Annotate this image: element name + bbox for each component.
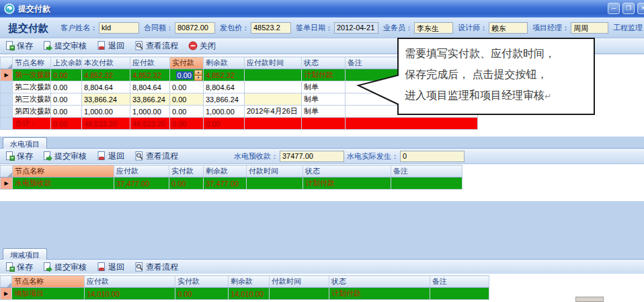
cell-payable-time[interactable] bbox=[245, 93, 302, 106]
col-header-node-name[interactable]: 节点名称 bbox=[12, 276, 85, 288]
cell-paid[interactable]: 0.00 bbox=[170, 106, 204, 118]
row-selector[interactable] bbox=[1, 81, 13, 93]
cell-node-name[interactable]: 第二次拨款 bbox=[13, 81, 51, 93]
hydro-view-flow-button[interactable]: 查看流程 bbox=[132, 150, 180, 163]
cell-payable[interactable]: 37,477.00 bbox=[114, 178, 169, 190]
spin-down-button[interactable]: ▼ bbox=[194, 75, 202, 81]
hydro-submit-review-button[interactable]: 提交审核 bbox=[41, 150, 89, 163]
paid-amount-spinner[interactable]: 0.00 ▲ ▼ bbox=[170, 70, 203, 81]
project-manager-input[interactable]: 周周 bbox=[571, 22, 608, 34]
cell-status[interactable]: 计划付款 bbox=[302, 69, 346, 81]
col-header-payable[interactable]: 应付款 bbox=[85, 276, 175, 288]
adjust-submit-review-button[interactable]: 提交审核 bbox=[41, 261, 89, 274]
col-header-prev-balance[interactable]: 上次余款 bbox=[51, 57, 82, 69]
cell-prev-balance[interactable]: 0.00 bbox=[51, 93, 82, 106]
cell-payable-time[interactable] bbox=[245, 69, 302, 81]
cell-paid[interactable]: 0.00 bbox=[170, 81, 204, 93]
cell-remaining[interactable]: 1,000.00 bbox=[204, 106, 245, 118]
maximize-button[interactable]: ❐ bbox=[622, 3, 635, 14]
hydro-return-button[interactable]: 退回 bbox=[95, 150, 126, 163]
col-header-paid[interactable]: 实付款 bbox=[170, 57, 204, 69]
customer-name-input[interactable]: kld bbox=[99, 22, 139, 34]
cell-prev-balance[interactable]: 0.00 bbox=[51, 106, 82, 118]
cell-prev-balance[interactable]: 0.00 bbox=[51, 81, 82, 93]
return-button[interactable]: 退回 bbox=[95, 40, 126, 52]
row-selector[interactable] bbox=[1, 106, 13, 118]
row-selector[interactable]: ▶ bbox=[1, 178, 13, 190]
col-header-note[interactable]: 备注 bbox=[391, 165, 462, 178]
cell-status[interactable]: 计划付款 bbox=[303, 178, 391, 190]
col-header-paid[interactable]: 实付款 bbox=[175, 276, 229, 288]
hydro-actual-input[interactable]: 0 bbox=[400, 151, 465, 162]
cell-node-name[interactable]: 水电预收款 bbox=[13, 178, 114, 190]
col-header-status[interactable]: 状态 bbox=[302, 57, 346, 69]
cell-current-payment[interactable]: 33,866.24 bbox=[82, 93, 130, 106]
close-window-button[interactable]: ✕ bbox=[637, 3, 644, 14]
col-header-pay-time[interactable]: 付款时间 bbox=[270, 276, 329, 288]
select-all-corner[interactable] bbox=[1, 57, 13, 69]
col-header-remaining[interactable]: 剩余款 bbox=[204, 57, 245, 69]
select-all-corner[interactable] bbox=[1, 276, 12, 288]
tab-adjust-project[interactable]: 增减项目 bbox=[3, 248, 47, 260]
adjust-return-button[interactable]: 退回 bbox=[95, 261, 126, 274]
cell-note[interactable] bbox=[430, 288, 489, 300]
cell-status[interactable]: 制单 bbox=[302, 81, 346, 93]
col-header-payable-time[interactable]: 应付款时间 bbox=[245, 57, 302, 69]
row-selector[interactable]: ▶ bbox=[1, 288, 12, 300]
cell-payable-time[interactable] bbox=[245, 81, 302, 93]
row-selector[interactable] bbox=[1, 118, 13, 130]
designer-input[interactable]: 赖东 bbox=[489, 22, 528, 34]
cell-remaining[interactable]: 37,477.00 bbox=[204, 178, 247, 190]
col-header-pay-time[interactable]: 付款时间 bbox=[247, 165, 303, 178]
col-header-note[interactable]: 备注 bbox=[430, 276, 489, 288]
cell-node-name[interactable]: 增加项目 bbox=[12, 288, 85, 300]
cell-paid[interactable]: 0.00 bbox=[169, 178, 204, 190]
tab-hydro-project[interactable]: 水电项目 bbox=[3, 137, 47, 149]
cell-remaining[interactable]: 14,010.00 bbox=[229, 288, 270, 300]
close-button[interactable]: 关闭 bbox=[186, 40, 218, 52]
minimize-button[interactable]: ─ bbox=[608, 3, 620, 14]
adjust-save-button[interactable]: 保存 bbox=[3, 261, 35, 274]
cell-paid[interactable]: 0.00 bbox=[170, 93, 204, 106]
hydro-save-button[interactable]: 保存 bbox=[3, 150, 35, 163]
cell-payable[interactable]: 33,866.24 bbox=[130, 93, 170, 106]
paid-amount-editor-cell[interactable]: 0.00 ▲ ▼ bbox=[170, 69, 204, 81]
salesman-input[interactable]: 李东生 bbox=[414, 22, 453, 34]
cell-pay-time[interactable] bbox=[270, 288, 329, 300]
adjust-view-flow-button[interactable]: 查看流程 bbox=[132, 261, 180, 274]
cell-payable[interactable]: 4,852.32 bbox=[130, 69, 170, 81]
col-header-node-name[interactable]: 节点名称 bbox=[13, 57, 51, 69]
cell-status[interactable]: 计划付款 bbox=[329, 288, 430, 300]
col-header-remaining[interactable]: 剩余款 bbox=[204, 165, 247, 178]
submit-review-button[interactable]: 提交审核 bbox=[41, 40, 89, 52]
hydro-precollect-input[interactable]: 37477.00 bbox=[280, 151, 344, 162]
col-header-remaining[interactable]: 剩余款 bbox=[229, 276, 270, 288]
col-header-payable[interactable]: 应付款 bbox=[114, 165, 169, 178]
cell-remaining[interactable]: 8,804.64 bbox=[204, 81, 245, 93]
save-button[interactable]: 保存 bbox=[3, 40, 35, 52]
cell-status[interactable]: 制单 bbox=[302, 93, 346, 106]
spin-up-button[interactable]: ▲ bbox=[194, 70, 202, 75]
cell-current-payment[interactable]: 1,000.00 bbox=[82, 106, 130, 118]
package-price-input[interactable]: 48523.2 bbox=[251, 22, 291, 34]
cell-paid[interactable]: 0.00 bbox=[175, 288, 229, 300]
cell-node-name[interactable]: 第四次拨款 bbox=[13, 106, 51, 118]
contract-amount-input[interactable]: 80872.00 bbox=[175, 22, 215, 34]
cell-note[interactable] bbox=[391, 178, 462, 190]
col-header-node-name[interactable]: 节点名称 bbox=[13, 165, 114, 178]
select-all-corner[interactable] bbox=[1, 165, 13, 178]
cell-payable[interactable]: 8,804.64 bbox=[130, 81, 170, 93]
cell-payable[interactable]: 14,010.00 bbox=[85, 288, 175, 300]
cell-pay-time[interactable] bbox=[247, 178, 303, 190]
cell-remaining[interactable]: 33,866.24 bbox=[204, 93, 245, 106]
cell-current-payment[interactable]: 8,804.64 bbox=[82, 81, 130, 93]
row-selector[interactable] bbox=[1, 93, 13, 106]
cell-status[interactable]: 制单 bbox=[302, 106, 346, 118]
sign-date-input[interactable]: 2012-04-21 bbox=[334, 22, 378, 34]
cell-current-payment[interactable]: 4,852.32 bbox=[82, 69, 130, 81]
col-header-status[interactable]: 状态 bbox=[329, 276, 430, 288]
cell-payable-time[interactable]: 2012年4月26日 bbox=[245, 106, 302, 118]
col-header-current-payment[interactable]: 本次付款 bbox=[82, 57, 130, 69]
cell-payable[interactable]: 1,000.00 bbox=[130, 106, 170, 118]
view-flow-button[interactable]: 查看流程 bbox=[132, 40, 180, 52]
